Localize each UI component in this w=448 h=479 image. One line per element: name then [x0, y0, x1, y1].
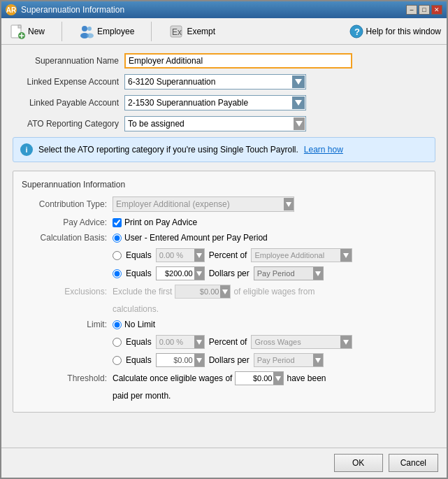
section-title: Superannuation Information	[22, 180, 426, 190]
pay-advice-row: Pay Advice: Print on Pay Advice	[22, 217, 426, 227]
pay-advice-text: Print on Pay Advice	[124, 217, 197, 227]
new-label: New	[28, 27, 45, 36]
threshold-text-1: Calculate once eligible wages of	[113, 373, 232, 383]
toolbar: New Employee Ex Exempt ? Help	[1, 18, 447, 45]
exclude-text: Exclude the first	[113, 287, 172, 296]
pay-advice-checkbox[interactable]	[113, 218, 122, 227]
linked-expense-label: Linked Expense Account	[13, 77, 124, 87]
percent-select[interactable]: 0.00 %	[156, 248, 205, 262]
linked-expense-row: Linked Expense Account 6-3120 Superannua…	[13, 74, 435, 90]
threshold-text-3: paid per month.	[113, 391, 426, 401]
bottom-bar: OK Cancel	[1, 448, 447, 478]
calc-basis-text: User - Entered Amount per Pay Period	[124, 233, 268, 243]
superannuation-window: AR Superannuation Information – □ ✕ New	[0, 0, 448, 479]
limit-equals-radio-2[interactable]	[113, 356, 122, 365]
calc-basis-label: Calculation Basis:	[22, 233, 113, 243]
linked-payable-select[interactable]: 2-1530 Superannuation Payable	[124, 95, 306, 110]
employee-button[interactable]: Employee	[76, 22, 137, 41]
threshold-text-2: have been	[287, 373, 326, 383]
limit-percent-of-label: Percent of	[209, 337, 247, 347]
limit-row: Limit: No Limit	[22, 320, 426, 329]
threshold-label: Threshold:	[22, 373, 113, 383]
no-limit-option: No Limit	[113, 320, 155, 329]
title-bar: AR Superannuation Information – □ ✕	[1, 1, 447, 18]
learn-how-link[interactable]: Learn how	[304, 145, 343, 155]
contribution-type-label: Contribution Type:	[22, 199, 113, 209]
limit-equals-rows: Equals 0.00 % Percent of Gross Wages	[113, 335, 426, 367]
svg-point-8	[87, 33, 94, 38]
info-icon: i	[20, 143, 33, 156]
close-button[interactable]: ✕	[431, 5, 442, 15]
limit-equals-label-1: Equals	[126, 337, 152, 347]
limit-pay-period-select[interactable]: Pay Period	[254, 353, 324, 367]
limit-dollar-input[interactable]	[156, 353, 205, 367]
equals-label-2: Equals	[126, 269, 152, 278]
calc-basis-row: Calculation Basis: User - Entered Amount…	[22, 233, 426, 243]
limit-percent-select[interactable]: 0.00 %	[156, 335, 205, 349]
pay-period-select[interactable]: Pay Period	[254, 266, 324, 280]
limit-label: Limit:	[22, 320, 113, 329]
calc-basis-radio[interactable]	[113, 234, 122, 243]
no-limit-radio[interactable]	[113, 320, 122, 329]
exclusions-label: Exclusions:	[22, 287, 113, 296]
toolbar-separator2	[151, 22, 152, 41]
window-controls: – □ ✕	[406, 5, 442, 15]
dollars-per-label: Dollars per	[209, 269, 250, 278]
window-icon: AR	[6, 4, 17, 15]
svg-text:?: ?	[354, 27, 360, 37]
threshold-row: Threshold: Calculate once eligible wages…	[22, 371, 426, 385]
contribution-type-select[interactable]: Employer Additional (expense)	[113, 196, 294, 212]
superannuation-name-input[interactable]	[124, 53, 352, 69]
svg-point-7	[87, 27, 92, 31]
calc-basis-option: User - Entered Amount per Pay Period	[113, 233, 268, 243]
employee-additional-select[interactable]: Employee Additional	[251, 248, 352, 262]
exempt-button[interactable]: Ex Exempt	[166, 22, 218, 41]
ato-category-row: ATO Reporting Category To be assigned	[13, 116, 435, 131]
dollar-input[interactable]	[156, 266, 205, 280]
threshold-content: Calculate once eligible wages of have be…	[113, 371, 326, 385]
svg-point-5	[82, 26, 87, 31]
equals-radio-2[interactable]	[113, 269, 122, 278]
exempt-label: Exempt	[187, 27, 215, 36]
maximize-button[interactable]: □	[419, 5, 430, 15]
employee-label: Employee	[97, 27, 134, 36]
cancel-button[interactable]: Cancel	[389, 454, 438, 472]
linked-payable-label: Linked Payable Account	[13, 98, 124, 108]
linked-payable-row: Linked Payable Account 2-1530 Superannua…	[13, 95, 435, 110]
equals-row-1: Equals 0.00 % Percent of Employee Additi…	[113, 248, 426, 280]
info-text: Select the ATO reporting category if you…	[38, 145, 298, 155]
exclusion-amount-input[interactable]	[175, 285, 231, 299]
help-label: Help for this window	[366, 27, 441, 36]
exclusions-row: Exclusions: Exclude the first of eligibl…	[22, 285, 426, 299]
minimize-button[interactable]: –	[406, 5, 417, 15]
limit-dollars-per-label: Dollars per	[209, 355, 250, 365]
equals-radio-1[interactable]	[113, 251, 122, 260]
pay-advice-label: Pay Advice:	[22, 217, 113, 227]
ato-category-select[interactable]: To be assigned	[124, 116, 306, 131]
threshold-amount-input[interactable]	[235, 371, 284, 385]
superannuation-name-label: Superannuation Name	[13, 56, 124, 66]
employee-icon	[79, 24, 94, 39]
linked-expense-select[interactable]: 6-3120 Superannuation	[124, 74, 306, 90]
limit-gross-wages-select[interactable]: Gross Wages	[251, 335, 352, 349]
no-limit-text: No Limit	[124, 320, 155, 329]
percent-of-label: Percent of	[209, 250, 247, 260]
limit-equals-radio-1[interactable]	[113, 338, 122, 347]
window-title: Superannuation Information	[21, 5, 124, 15]
super-info-section: Superannuation Information Contribution …	[13, 171, 435, 413]
ato-category-label: ATO Reporting Category	[13, 119, 124, 129]
help-button[interactable]: ? Help for this window	[349, 24, 441, 38]
contribution-type-row: Contribution Type: Employer Additional (…	[22, 196, 426, 212]
ok-button[interactable]: OK	[334, 454, 383, 472]
pay-advice-check-group: Print on Pay Advice	[113, 217, 197, 227]
limit-equals-label-2: Equals	[126, 355, 152, 365]
new-button[interactable]: New	[7, 22, 48, 41]
svg-rect-1	[18, 25, 21, 28]
equals-label-1: Equals	[126, 250, 152, 260]
exempt-icon: Ex	[168, 24, 184, 39]
content-area: Superannuation Name Linked Expense Accou…	[1, 45, 447, 448]
help-icon: ?	[349, 24, 363, 38]
exclusion-content: Exclude the first of eligible wages from	[113, 285, 315, 299]
superannuation-name-row: Superannuation Name	[13, 53, 435, 69]
eligible-text: of eligible wages from	[233, 287, 315, 296]
